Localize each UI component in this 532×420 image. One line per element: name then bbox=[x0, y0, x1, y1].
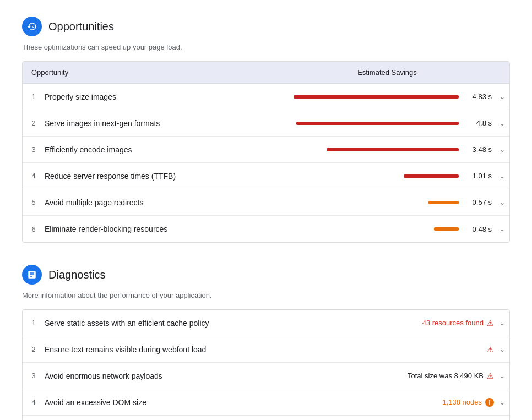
row-label: Avoid an excessive DOM size bbox=[45, 398, 265, 407]
row-number: 1 bbox=[23, 319, 45, 327]
table-row[interactable]: 3 Efficiently encode images 3.48 s ⌄ bbox=[23, 137, 509, 163]
savings-bar bbox=[296, 122, 459, 125]
diag-result: Total size was 8,490 KB ⚠ ⌄ bbox=[265, 372, 509, 380]
row-label: Eliminate render-blocking resources bbox=[45, 225, 265, 233]
row-savings: 4.8 s ⌄ bbox=[265, 119, 509, 127]
row-label: Properly size images bbox=[45, 92, 265, 101]
row-number: 4 bbox=[23, 398, 45, 406]
chevron-down-icon[interactable]: ⌄ bbox=[500, 172, 505, 180]
result-text: 1,138 nodes bbox=[442, 398, 482, 406]
chevron-down-icon[interactable]: ⌄ bbox=[500, 119, 505, 127]
savings-value: 4.83 s bbox=[464, 92, 492, 101]
table-row[interactable]: 1 Properly size images 4.83 s ⌄ bbox=[23, 84, 509, 110]
row-number: 5 bbox=[23, 198, 45, 206]
chevron-down-icon[interactable]: ⌄ bbox=[500, 319, 505, 327]
row-number: 2 bbox=[23, 119, 45, 127]
col-header-opportunity: Opportunity bbox=[23, 62, 265, 83]
chevron-down-icon[interactable]: ⌄ bbox=[500, 93, 505, 101]
chevron-down-icon[interactable]: ⌄ bbox=[500, 346, 505, 353]
row-number: 1 bbox=[23, 92, 45, 101]
opportunities-description: These optimizations can speed up your pa… bbox=[22, 43, 510, 51]
row-number: 3 bbox=[23, 372, 45, 380]
alert-triangle-icon: ⚠ bbox=[487, 345, 494, 354]
table-row[interactable]: 3 Avoid enormous network payloads Total … bbox=[23, 363, 509, 389]
savings-bar bbox=[327, 148, 459, 151]
diagnostics-header: Diagnostics bbox=[22, 265, 510, 285]
table-row[interactable]: 2 Ensure text remains visible during web… bbox=[23, 336, 509, 363]
row-number: 3 bbox=[23, 145, 45, 154]
row-label: Reduce server response times (TTFB) bbox=[45, 172, 265, 181]
row-number: 4 bbox=[23, 172, 45, 180]
result-text: Total size was 8,490 KB bbox=[408, 372, 484, 380]
row-savings: 3.48 s ⌄ bbox=[265, 145, 509, 154]
table-row[interactable]: 5 Avoid multiple page redirects 0.57 s ⌄ bbox=[23, 189, 509, 216]
row-savings: 4.83 s ⌄ bbox=[265, 92, 509, 101]
table-row[interactable]: 2 Serve images in next-gen formats 4.8 s… bbox=[23, 110, 509, 137]
table-row[interactable]: 5 Minimize Critical Requests Depth 38 ch… bbox=[23, 416, 509, 420]
row-label: Avoid enormous network payloads bbox=[45, 372, 265, 380]
opportunities-title: Opportunities bbox=[48, 20, 114, 33]
savings-value: 0.57 s bbox=[464, 198, 492, 206]
table-row[interactable]: 1 Serve static assets with an efficient … bbox=[23, 310, 509, 336]
chevron-down-icon[interactable]: ⌄ bbox=[500, 225, 505, 233]
chevron-down-icon[interactable]: ⌄ bbox=[500, 199, 505, 206]
chevron-down-icon[interactable]: ⌄ bbox=[500, 399, 505, 406]
alert-triangle-icon: ⚠ bbox=[487, 372, 494, 380]
savings-value: 3.48 s bbox=[464, 145, 492, 154]
savings-value: 1.01 s bbox=[464, 172, 492, 180]
row-savings: 0.48 s ⌄ bbox=[265, 225, 509, 233]
row-label: Serve images in next-gen formats bbox=[45, 119, 265, 128]
chevron-down-icon[interactable]: ⌄ bbox=[500, 146, 505, 154]
savings-bar bbox=[434, 227, 459, 231]
diagnostics-icon bbox=[22, 265, 42, 285]
table-header-row: Opportunity Estimated Savings bbox=[23, 62, 509, 84]
row-number: 2 bbox=[23, 345, 45, 353]
alert-triangle-icon: ⚠ bbox=[487, 319, 494, 328]
diagnostics-title: Diagnostics bbox=[48, 269, 105, 281]
diag-result: 43 resources found ⚠ ⌄ bbox=[265, 319, 509, 328]
diag-result: 1,138 nodes i ⌄ bbox=[265, 398, 509, 407]
chevron-down-icon[interactable]: ⌄ bbox=[500, 372, 505, 380]
savings-bar bbox=[428, 201, 459, 204]
row-number: 6 bbox=[23, 225, 45, 233]
diagnostics-table: 1 Serve static assets with an efficient … bbox=[22, 309, 510, 420]
diag-result: ⚠ ⌄ bbox=[265, 345, 509, 354]
savings-value: 0.48 s bbox=[464, 225, 492, 233]
row-label: Avoid multiple page redirects bbox=[45, 198, 265, 207]
row-savings: 0.57 s ⌄ bbox=[265, 198, 509, 206]
info-icon: i bbox=[485, 398, 494, 407]
result-text: 43 resources found bbox=[422, 319, 484, 327]
table-row[interactable]: 4 Reduce server response times (TTFB) 1.… bbox=[23, 163, 509, 189]
diagnostics-description: More information about the performance o… bbox=[22, 291, 510, 299]
opportunities-header: Opportunities bbox=[22, 17, 510, 36]
savings-bar bbox=[404, 174, 459, 178]
savings-value: 4.8 s bbox=[464, 119, 492, 127]
table-row[interactable]: 4 Avoid an excessive DOM size 1,138 node… bbox=[23, 389, 509, 416]
row-label: Ensure text remains visible during webfo… bbox=[45, 345, 265, 354]
opportunities-table: Opportunity Estimated Savings 1 Properly… bbox=[22, 61, 510, 243]
savings-bar bbox=[294, 95, 459, 99]
col-header-savings: Estimated Savings bbox=[265, 62, 509, 83]
opportunities-icon bbox=[22, 17, 42, 36]
row-label: Serve static assets with an efficient ca… bbox=[45, 319, 265, 328]
row-savings: 1.01 s ⌄ bbox=[265, 172, 509, 180]
table-row[interactable]: 6 Eliminate render-blocking resources 0.… bbox=[23, 216, 509, 242]
row-label: Efficiently encode images bbox=[45, 145, 265, 154]
